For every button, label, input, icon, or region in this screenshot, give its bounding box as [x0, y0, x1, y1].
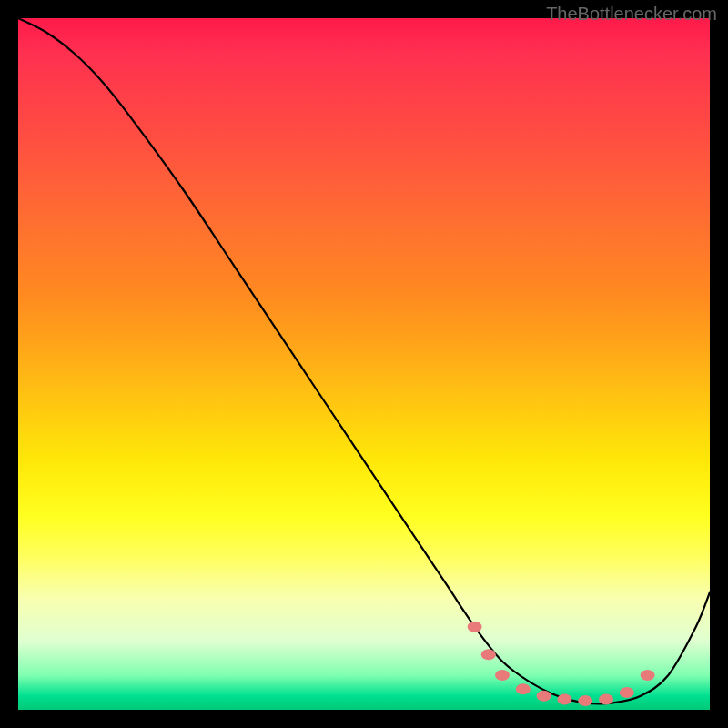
- marker-point: [557, 694, 571, 705]
- bottleneck-curve: [18, 18, 710, 703]
- watermark-text: TheBottlenecker.com: [546, 4, 717, 25]
- marker-point: [468, 622, 482, 632]
- marker-point: [495, 670, 510, 681]
- marker-point: [578, 695, 592, 706]
- highlighted-markers: [468, 622, 655, 706]
- marker-point: [641, 670, 655, 681]
- marker-point: [481, 649, 496, 660]
- chart-svg: [18, 18, 710, 710]
- plot-area: [18, 18, 710, 710]
- marker-point: [516, 683, 531, 694]
- marker-point: [599, 694, 613, 705]
- marker-point: [620, 687, 634, 698]
- marker-point: [537, 691, 551, 702]
